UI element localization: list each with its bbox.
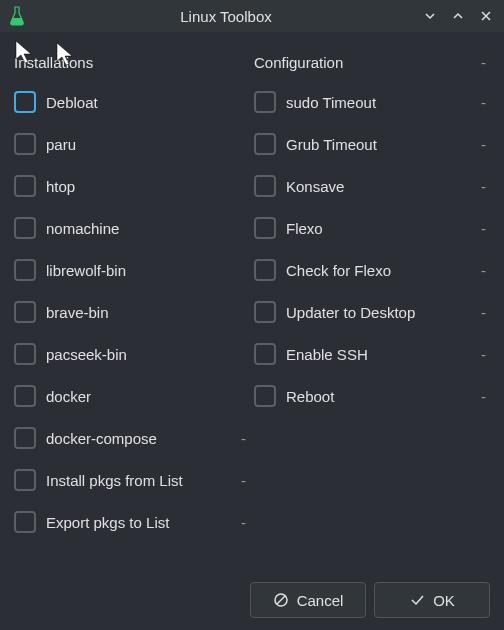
label-updater: Updater to Desktop — [286, 304, 481, 321]
checkbox-sudo-timeout[interactable] — [254, 91, 276, 113]
checkbox-htop[interactable] — [14, 175, 36, 197]
close-icon — [480, 10, 492, 22]
label-pacseek: pacseek-bin — [46, 346, 250, 363]
installations-column: Installations Debloat paru htop nomachin… — [12, 34, 252, 543]
installations-header: Installations — [12, 34, 252, 81]
maximize-button[interactable] — [446, 4, 470, 28]
install-item-librewolf: librewolf-bin — [12, 249, 252, 291]
config-item-ssh: Enable SSH - — [252, 333, 492, 375]
dash: - — [481, 94, 486, 111]
minimize-button[interactable] — [418, 4, 442, 28]
checkbox-ssh[interactable] — [254, 343, 276, 365]
checkbox-check-flexo[interactable] — [254, 259, 276, 281]
titlebar: Linux Toolbox — [0, 0, 504, 32]
checkbox-grub-timeout[interactable] — [254, 133, 276, 155]
dash: - — [481, 262, 486, 279]
footer: Cancel OK — [12, 572, 492, 622]
dash: - — [241, 472, 246, 489]
checkbox-flexo[interactable] — [254, 217, 276, 239]
config-item-flexo: Flexo - — [252, 207, 492, 249]
label-sudo-timeout: sudo Timeout — [286, 94, 481, 111]
close-button[interactable] — [474, 4, 498, 28]
dash: - — [481, 220, 486, 237]
checkbox-brave[interactable] — [14, 301, 36, 323]
dash: - — [481, 136, 486, 153]
window: Linux Toolbox — [0, 0, 504, 630]
label-brave: brave-bin — [46, 304, 250, 321]
install-item-brave: brave-bin — [12, 291, 252, 333]
config-item-check-flexo: Check for Flexo - — [252, 249, 492, 291]
content: Installations Debloat paru htop nomachin… — [0, 32, 504, 630]
config-item-sudo-timeout: sudo Timeout - — [252, 81, 492, 123]
install-item-pacseek: pacseek-bin — [12, 333, 252, 375]
dash: - — [241, 514, 246, 531]
dash: - — [241, 430, 246, 447]
checkbox-export-pkgs[interactable] — [14, 511, 36, 533]
install-item-export-pkgs: Export pkgs to List - — [12, 501, 252, 543]
label-htop: htop — [46, 178, 250, 195]
label-reboot: Reboot — [286, 388, 481, 405]
chevron-up-icon — [452, 10, 464, 22]
ok-button[interactable]: OK — [374, 582, 490, 618]
checkbox-nomachine[interactable] — [14, 217, 36, 239]
dash: - — [481, 178, 486, 195]
label-ssh: Enable SSH — [286, 346, 481, 363]
label-grub-timeout: Grub Timeout — [286, 136, 481, 153]
installations-title: Installations — [14, 54, 93, 71]
checkbox-paru[interactable] — [14, 133, 36, 155]
label-check-flexo: Check for Flexo — [286, 262, 481, 279]
configuration-title: Configuration — [254, 54, 343, 71]
configuration-column: Configuration - sudo Timeout - Grub Time… — [252, 34, 492, 543]
dash: - — [481, 54, 486, 71]
configuration-header: Configuration - — [252, 34, 492, 81]
install-item-install-pkgs: Install pkgs from List - — [12, 459, 252, 501]
install-item-docker-compose: docker-compose - — [12, 417, 252, 459]
checkbox-docker-compose[interactable] — [14, 427, 36, 449]
dash: - — [481, 304, 486, 321]
label-nomachine: nomachine — [46, 220, 250, 237]
columns: Installations Debloat paru htop nomachin… — [12, 34, 492, 543]
svg-line-1 — [277, 596, 285, 604]
window-title: Linux Toolbox — [34, 8, 418, 25]
dash: - — [481, 388, 486, 405]
checkbox-install-pkgs[interactable] — [14, 469, 36, 491]
checkbox-konsave[interactable] — [254, 175, 276, 197]
checkbox-librewolf[interactable] — [14, 259, 36, 281]
label-export-pkgs: Export pkgs to List — [46, 514, 241, 531]
dash: - — [481, 346, 486, 363]
config-item-reboot: Reboot - — [252, 375, 492, 417]
ok-label: OK — [433, 592, 455, 609]
install-item-htop: htop — [12, 165, 252, 207]
check-icon — [409, 592, 425, 608]
install-item-nomachine: nomachine — [12, 207, 252, 249]
chevron-down-icon — [424, 10, 436, 22]
checkbox-updater[interactable] — [254, 301, 276, 323]
label-install-pkgs: Install pkgs from List — [46, 472, 241, 489]
config-item-grub-timeout: Grub Timeout - — [252, 123, 492, 165]
label-docker-compose: docker-compose — [46, 430, 241, 447]
cancel-icon — [273, 592, 289, 608]
label-debloat: Debloat — [46, 94, 250, 111]
install-item-docker: docker — [12, 375, 252, 417]
checkbox-debloat[interactable] — [14, 91, 36, 113]
app-flask-icon — [6, 5, 28, 27]
config-item-updater: Updater to Desktop - — [252, 291, 492, 333]
cancel-label: Cancel — [297, 592, 344, 609]
config-item-konsave: Konsave - — [252, 165, 492, 207]
install-item-debloat: Debloat — [12, 81, 252, 123]
label-docker: docker — [46, 388, 250, 405]
label-librewolf: librewolf-bin — [46, 262, 250, 279]
checkbox-reboot[interactable] — [254, 385, 276, 407]
label-paru: paru — [46, 136, 250, 153]
window-controls — [418, 4, 498, 28]
cancel-button[interactable]: Cancel — [250, 582, 366, 618]
install-item-paru: paru — [12, 123, 252, 165]
label-flexo: Flexo — [286, 220, 481, 237]
checkbox-docker[interactable] — [14, 385, 36, 407]
checkbox-pacseek[interactable] — [14, 343, 36, 365]
label-konsave: Konsave — [286, 178, 481, 195]
